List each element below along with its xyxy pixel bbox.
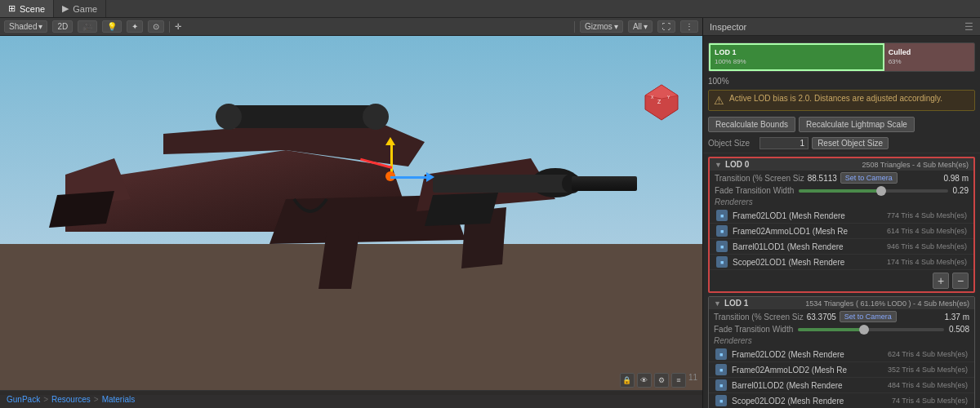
percent-bar: 100%	[703, 75, 980, 87]
lod0-add-renderer-btn[interactable]: +	[933, 273, 949, 289]
inspector-menu-icon[interactable]: ☰	[964, 21, 973, 33]
lod0-camera-dist: 0.98 m	[943, 174, 969, 183]
renderer-info: 352 Tris 4 Sub Mesh(es)	[888, 366, 968, 374]
lod1-renderer-item[interactable]: ■ Scope02LOD2 (Mesh Rendere 74 Tris 4 Su…	[709, 393, 974, 408]
lod1-renderer-item[interactable]: ■ Frame02LOD2 (Mesh Rendere 624 Tris 4 S…	[709, 347, 974, 362]
move-icon: ✛	[175, 22, 181, 31]
lod1-fade-slider[interactable]	[798, 328, 944, 331]
viewport-area: Shaded ▾ 2D 🎥 💡 ✦ ⊙ ✛ Gizmos ▾ All ▾ ⛶	[0, 18, 702, 408]
settings-icon-btn[interactable]: ⚙	[654, 373, 669, 388]
gizmo-x-arrow	[426, 172, 434, 182]
renderer-icon: ■	[716, 225, 728, 237]
scene-icon: ⊞	[8, 3, 16, 14]
transform-gizmo[interactable]	[359, 142, 425, 207]
lod1-renderer-item[interactable]: ■ Barrel01LOD2 (Mesh Rendere 484 Tris 4 …	[709, 378, 974, 393]
fx-icon-btn[interactable]: ✦	[127, 20, 143, 33]
renderer-name: Frame02AmmoLOD2 (Mesh Re	[732, 366, 883, 375]
object-size-input[interactable]	[760, 137, 808, 149]
visibility-icon-btn[interactable]: 👁	[637, 373, 652, 388]
renderer-info: 774 Tris 4 Sub Mesh(es)	[887, 211, 967, 220]
persp-icon-btn[interactable]: 🎥	[78, 20, 97, 33]
overlay-icon-btn[interactable]: ⊙	[148, 20, 164, 33]
renderer-info: 174 Tris 4 Sub Mesh(es)	[887, 258, 967, 266]
game-icon: ▶	[62, 3, 69, 14]
lod1-fade-thumb[interactable]	[859, 325, 869, 335]
renderer-name: Scope02LOD2 (Mesh Rendere	[732, 397, 887, 406]
lod0-renderer-item[interactable]: ■ Frame02LOD1 (Mesh Rendere 774 Tris 4 S…	[710, 208, 973, 224]
lock-icon-btn[interactable]: 🔒	[620, 373, 635, 388]
mode-2d-btn[interactable]: 2D	[52, 20, 73, 33]
lod0-header[interactable]: ▼ LOD 0 2508 Triangles - 4 Sub Mesh(es)	[710, 158, 973, 171]
lod0-info: 2508 Triangles - 4 Sub Mesh(es)	[862, 161, 969, 169]
svg-rect-10	[572, 176, 637, 191]
viewport-bottom-icons: 🔒 👁 ⚙ ≡ 11	[620, 373, 697, 388]
lod0-renderer-item[interactable]: ■ Frame02AmmoLOD1 (Mesh Re 614 Tris 4 Su…	[710, 224, 973, 239]
svg-text:Z: Z	[657, 99, 662, 104]
lod0-fade-thumb[interactable]	[876, 186, 886, 196]
breadcrumb-sep1: >	[43, 395, 48, 404]
main-area: Shaded ▾ 2D 🎥 💡 ✦ ⊙ ✛ Gizmos ▾ All ▾ ⛶	[0, 18, 980, 408]
gizmos-dropdown[interactable]: Gizmos ▾	[580, 20, 623, 33]
recalculate-lightmap-btn[interactable]: Recalculate Lightmap Scale	[799, 117, 915, 132]
layers-icon-btn[interactable]: ≡	[671, 373, 686, 388]
viewport-canvas[interactable]: Z X Y 🔒 👁 ⚙ ≡ 11 GunPack > Resources > M…	[0, 36, 702, 408]
lod0-trans-label: Transition (% Screen Siz	[715, 174, 804, 183]
lod0-segment[interactable]: LOD 1 100% 89%	[709, 43, 884, 71]
lod1-set-to-camera-btn[interactable]: Set to Camera	[840, 311, 897, 322]
breadcrumb-resources[interactable]: Resources	[51, 395, 91, 404]
lod0-fade-fill	[799, 189, 880, 193]
lod0-fade-slider[interactable]	[799, 189, 947, 193]
inspector-panel: Inspector ☰ LOD 1 100% 89% Culled 63% 10…	[702, 18, 980, 408]
lod0-renderer-item[interactable]: ■ Barrel01LOD1 (Mesh Rendere 946 Tris 4 …	[710, 239, 973, 255]
lod-preview-bar[interactable]: LOD 1 100% 89% Culled 63%	[708, 42, 975, 72]
recalculate-buttons-row: Recalculate Bounds Recalculate Lightmap …	[703, 113, 980, 135]
orientation-widget[interactable]: Z X Y	[641, 81, 682, 122]
svg-rect-8	[433, 175, 572, 193]
lod0-collapse-icon: ▼	[715, 161, 722, 169]
lod1-submeshes: 4 Sub Mesh(es)	[917, 299, 969, 308]
tab-game[interactable]: ▶ Game	[54, 0, 106, 17]
lod1-triangles: 1534 Triangles	[805, 299, 853, 308]
warning-icon: ⚠	[714, 94, 724, 107]
breadcrumb-root[interactable]: GunPack	[7, 395, 40, 404]
gizmo-z-axis	[360, 158, 392, 169]
lod1-lod0-pct: 61.16% LOD0	[860, 299, 906, 308]
lod1-renderer-item[interactable]: ■ Frame02AmmoLOD2 (Mesh Re 352 Tris 4 Su…	[709, 362, 974, 378]
lod0-remove-renderer-btn[interactable]: −	[952, 273, 969, 289]
tab-scene[interactable]: ⊞ Scene	[0, 0, 54, 17]
renderer-icon: ■	[715, 364, 727, 375]
renderer-info: 614 Tris 4 Sub Mesh(es)	[887, 227, 967, 235]
lod1-fade-fill	[798, 328, 863, 331]
renderer-icon: ■	[715, 348, 727, 360]
renderer-info: 74 Tris 4 Sub Mesh(es)	[892, 397, 968, 405]
gizmos-label: Gizmos	[585, 22, 612, 31]
lod0-renderer-item[interactable]: ■ Scope02LOD1 (Mesh Rendere 174 Tris 4 S…	[710, 255, 973, 270]
gizmo-x-axis	[390, 176, 427, 179]
renderer-name: Frame02AmmoLOD1 (Mesh Re	[733, 227, 882, 236]
light-icon-btn[interactable]: 💡	[102, 20, 122, 33]
lod1-paren-close: ) -	[908, 299, 917, 308]
breadcrumb-materials[interactable]: Materials	[102, 395, 136, 404]
lod1-header[interactable]: ▼ LOD 1 1534 Triangles ( 61.16% LOD0 ) -…	[709, 297, 974, 309]
lod0-fade-value: 0.29	[953, 186, 969, 195]
renderer-name: Frame02LOD1 (Mesh Rendere	[733, 211, 882, 220]
gun-mesh-svg	[0, 36, 702, 395]
maximize-btn[interactable]: ⛶	[657, 20, 675, 33]
all-label: All	[633, 22, 642, 31]
menu-btn[interactable]: ⋮	[680, 20, 698, 33]
object-size-row: Object Size Reset Object Size	[703, 135, 980, 150]
culled-segment[interactable]: Culled 63%	[884, 43, 974, 71]
lod1-collapse-icon: ▼	[714, 299, 721, 308]
lod0-triangles: 2508 Triangles	[862, 161, 910, 169]
lod1-trans-value: 63.3705	[807, 313, 836, 322]
renderer-name: Barrel01LOD1 (Mesh Rendere	[733, 242, 882, 251]
svg-point-12	[216, 104, 242, 130]
lod0-pct: 100% 89%	[715, 58, 746, 66]
recalculate-bounds-btn[interactable]: Recalculate Bounds	[708, 117, 795, 132]
lod0-set-to-camera-btn[interactable]: Set to Camera	[840, 172, 898, 184]
reset-object-size-btn[interactable]: Reset Object Size	[812, 137, 889, 149]
dropdown-arrow-icon: ▾	[38, 22, 42, 31]
svg-rect-11	[229, 105, 376, 128]
shading-dropdown[interactable]: Shaded ▾	[4, 20, 47, 33]
all-dropdown[interactable]: All ▾	[628, 20, 653, 33]
